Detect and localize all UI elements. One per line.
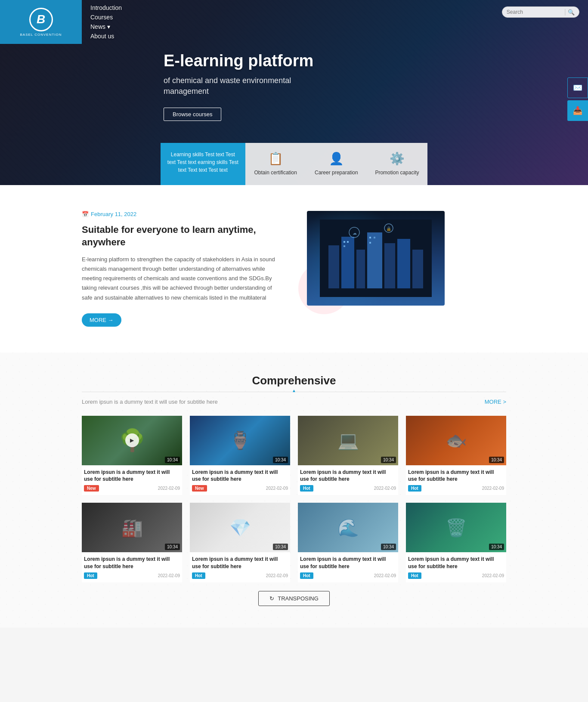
video-title-6: Lorem ipsun is a dummy text it will use … xyxy=(192,556,288,570)
video-card-3[interactable]: 10:34 Lorem ipsun is a dummy text it wil… xyxy=(298,416,398,495)
video-duration-2: 10:34 xyxy=(273,457,288,463)
video-thumb-3: 10:34 xyxy=(298,416,398,465)
badge-new-1: New xyxy=(84,485,99,492)
video-grid-row2: 10:34 Lorem ipsun is a dummy text it wil… xyxy=(82,503,506,582)
comprehensive-title: Comprehensive xyxy=(82,374,506,387)
about-right: ☁ 🔒 xyxy=(307,211,506,306)
play-button-1[interactable]: ▶ xyxy=(125,433,139,447)
video-info-4: Lorem ipsun is a dummy text it will use … xyxy=(406,465,506,495)
load-more-button[interactable]: ↻ TRANSPOSING xyxy=(258,591,330,606)
svg-rect-10 xyxy=(344,245,345,247)
nav-introduction[interactable]: Introduction xyxy=(90,4,122,11)
video-duration-1: 10:34 xyxy=(165,457,180,463)
nav-about[interactable]: About us xyxy=(90,33,122,40)
video-info-7: Lorem ipsun is a dummy text it will use … xyxy=(298,552,398,582)
video-date-5: 2022-02-09 xyxy=(158,573,180,578)
section-header: Comprehensive xyxy=(82,374,506,392)
video-thumb-1: ▶ 10:34 xyxy=(82,416,182,465)
video-card-7[interactable]: 10:34 Lorem ipsun is a dummy text it wil… xyxy=(298,503,398,582)
video-meta-2: New 2022-02-09 xyxy=(192,485,288,492)
search-button[interactable]: 🔍 xyxy=(568,9,575,15)
video-meta-4: Hot 2022-02-09 xyxy=(408,485,504,492)
nav-news[interactable]: News ▾ xyxy=(90,23,122,30)
hero-subtitle: of chemical and waste environmental mana… xyxy=(164,75,327,97)
about-image-inner: ☁ 🔒 xyxy=(307,211,445,306)
video-thumb-5: 10:34 xyxy=(82,503,182,552)
svg-rect-7 xyxy=(412,250,423,288)
about-body: E-learning platform to strengthen the ca… xyxy=(82,255,281,302)
side-widget-mail[interactable]: ✉️ xyxy=(567,77,588,98)
video-duration-4: 10:34 xyxy=(489,457,504,463)
badge-hot-8: Hot xyxy=(408,572,421,579)
career-preparation-icon: 👤 xyxy=(313,152,360,166)
about-section: 📅 February 11, 2022 Suitable for everyon… xyxy=(0,185,588,353)
feature-active-text[interactable]: Learning skills Test text Test text Test… xyxy=(161,143,245,185)
feature-cards: Learning skills Test text Test text Test… xyxy=(161,143,427,185)
video-meta-5: Hot 2022-02-09 xyxy=(84,572,180,579)
video-date-8: 2022-02-09 xyxy=(482,573,504,578)
badge-hot-3: Hot xyxy=(300,485,313,492)
video-meta-6: Hot 2022-02-09 xyxy=(192,572,288,579)
svg-rect-9 xyxy=(347,241,349,243)
feature-career-preparation[interactable]: 👤 Career preparation xyxy=(306,143,367,185)
video-title-1: Lorem ipsun is a dummy text it will use … xyxy=(84,469,180,483)
feature-promotion-capacity[interactable]: ⚙️ Promotion capacity xyxy=(367,143,427,185)
load-more-label: TRANSPOSING xyxy=(278,595,319,602)
video-meta-7: Hot 2022-02-09 xyxy=(300,572,396,579)
comprehensive-more-link[interactable]: MORE > xyxy=(485,399,506,405)
nav-news-label: News xyxy=(90,23,105,30)
video-card-1[interactable]: ▶ 10:34 Lorem ipsun is a dummy text it w… xyxy=(82,416,182,495)
nav-courses[interactable]: Courses xyxy=(90,14,122,21)
browse-courses-button[interactable]: Browse courses xyxy=(164,108,221,121)
svg-rect-1 xyxy=(328,245,339,288)
svg-rect-11 xyxy=(369,237,371,238)
side-widget-download[interactable]: 📥 xyxy=(567,100,588,121)
logo-icon: B xyxy=(29,8,53,31)
svg-rect-3 xyxy=(356,250,365,288)
svg-text:☁: ☁ xyxy=(353,231,357,235)
nav-courses-label: Courses xyxy=(90,14,113,21)
video-meta-8: Hot 2022-02-09 xyxy=(408,572,504,579)
logo-area[interactable]: B BASEL CONVENTION xyxy=(0,0,82,44)
video-info-3: Lorem ipsun is a dummy text it will use … xyxy=(298,465,398,495)
promotion-capacity-label: Promotion capacity xyxy=(373,169,421,176)
about-date: 📅 February 11, 2022 xyxy=(82,211,281,217)
section-divider xyxy=(82,392,506,392)
nav-news-dropdown-icon: ▾ xyxy=(107,23,110,30)
video-date-4: 2022-02-09 xyxy=(482,486,504,491)
badge-hot-7: Hot xyxy=(300,572,313,579)
badge-new-2: New xyxy=(192,485,207,492)
video-duration-6: 10:34 xyxy=(273,544,288,550)
badge-hot-6: Hot xyxy=(192,572,205,579)
video-title-5: Lorem ipsun is a dummy text it will use … xyxy=(84,556,180,570)
nav-about-label: About us xyxy=(90,33,114,40)
video-card-4[interactable]: 10:34 Lorem ipsun is a dummy text it wil… xyxy=(406,416,506,495)
about-more-button[interactable]: MORE → xyxy=(82,313,121,327)
feature-active-content: Learning skills Test text Test text Test… xyxy=(167,152,238,173)
video-info-6: Lorem ipsun is a dummy text it will use … xyxy=(190,552,290,582)
video-thumb-2: 10:34 xyxy=(190,416,290,465)
section-subtitle-row: Lorem ipsun is a dummy text it will use … xyxy=(82,399,506,405)
video-card-6[interactable]: 10:34 Lorem ipsun is a dummy text it wil… xyxy=(190,503,290,582)
search-area: | 🔍 xyxy=(493,0,588,44)
video-thumb-4: 10:34 xyxy=(406,416,506,465)
video-card-8[interactable]: 10:34 Lorem ipsun is a dummy text it wil… xyxy=(406,503,506,582)
svg-rect-8 xyxy=(344,241,345,243)
video-duration-7: 10:34 xyxy=(381,544,396,550)
feature-obtain-certification[interactable]: 📋 Obtain certification xyxy=(245,143,306,185)
calendar-icon: 📅 xyxy=(82,211,89,217)
nav-area: Introduction Courses News ▾ About us xyxy=(82,0,130,44)
comprehensive-section: Comprehensive Lorem ipsun is a dummy tex… xyxy=(0,353,588,628)
video-date-2: 2022-02-09 xyxy=(266,486,288,491)
video-duration-5: 10:34 xyxy=(165,544,180,550)
logo-text: BASEL CONVENTION xyxy=(20,33,62,37)
video-title-8: Lorem ipsun is a dummy text it will use … xyxy=(408,556,504,570)
svg-rect-6 xyxy=(397,239,410,288)
header: B BASEL CONVENTION Introduction Courses … xyxy=(0,0,588,44)
video-card-2[interactable]: 10:34 Lorem ipsun is a dummy text it wil… xyxy=(190,416,290,495)
search-box: | 🔍 xyxy=(502,6,579,18)
svg-rect-2 xyxy=(341,237,354,288)
video-card-5[interactable]: 10:34 Lorem ipsun is a dummy text it wil… xyxy=(82,503,182,582)
video-date-3: 2022-02-09 xyxy=(374,486,396,491)
search-input[interactable] xyxy=(507,9,563,15)
